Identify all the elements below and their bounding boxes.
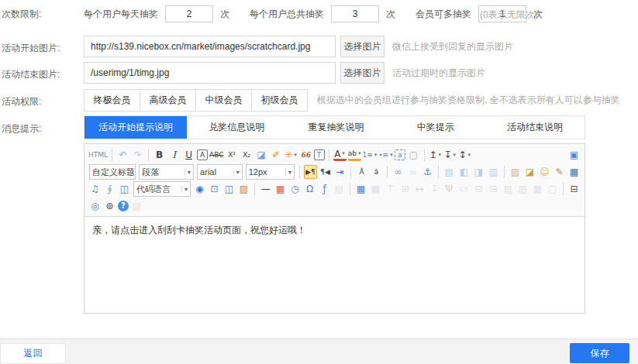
- tab-win-tip[interactable]: 中奖提示: [386, 116, 485, 139]
- cell-border-5-icon: ▥: [516, 182, 529, 196]
- template-icon[interactable]: ◫: [222, 182, 236, 196]
- back-button[interactable]: 返回: [0, 343, 66, 364]
- print-icon[interactable]: ⊟: [567, 182, 581, 196]
- music-icon[interactable]: ♫: [88, 182, 102, 196]
- image-align-center-icon[interactable]: ▥: [487, 165, 500, 179]
- italic-icon[interactable]: I: [167, 148, 181, 162]
- end-image-row: 活动结束图片: 选择图片 活动过期时的显示图片: [0, 62, 638, 84]
- toolbar-separator: [148, 149, 149, 161]
- auto-typeset-icon[interactable]: ✳▾: [285, 148, 298, 162]
- paragraph-space-top-icon[interactable]: ↥▾: [429, 148, 442, 162]
- image-manager-icon[interactable]: ◪: [523, 165, 536, 179]
- message-label: 消息提示:: [2, 122, 79, 136]
- underline-icon[interactable]: U: [182, 148, 195, 162]
- unlink-icon: ∞: [406, 165, 419, 179]
- insert-table-icon[interactable]: ▦: [354, 182, 367, 196]
- snapshot-icon[interactable]: ⊡: [208, 182, 221, 196]
- paragraph-select-value: 段落: [142, 167, 159, 178]
- daily-draw-unit: 次: [220, 8, 229, 21]
- scratchcard-activity-settings-page: 次数限制: 每个用户每天抽奖 次 每个用户总共抽奖 次 会员可多抽奖 次 (0表…: [0, 0, 638, 364]
- start-image-hint: 微信上接受到回复的显示图片: [392, 40, 513, 53]
- format-clear-icon[interactable]: ◪: [255, 148, 268, 162]
- page-break-icon: ▢: [546, 182, 559, 196]
- end-image-select-button[interactable]: 选择图片: [340, 62, 385, 84]
- save-button[interactable]: 保存: [570, 343, 629, 363]
- daily-draw-count-input[interactable]: [165, 5, 213, 22]
- bordered-text-icon[interactable]: A: [197, 149, 208, 160]
- font-color-icon[interactable]: A▾: [333, 149, 347, 161]
- link-icon[interactable]: ∞: [391, 165, 405, 179]
- insert-image-icon[interactable]: ▧: [509, 165, 522, 179]
- limit-label: 次数限制:: [2, 8, 79, 21]
- paragraph-select[interactable]: 段落▾: [139, 164, 194, 180]
- to-uppercase-icon[interactable]: Â: [355, 165, 368, 179]
- permission-junior-member-button[interactable]: 初级会员: [251, 89, 308, 112]
- limit-row: 次数限制: 每个用户每天抽奖 次 每个用户总共抽奖 次 会员可多抽奖 次 (0表…: [0, 5, 638, 23]
- total-draw-unit: 次: [386, 8, 395, 21]
- attachment-icon[interactable]: ∮: [103, 182, 116, 196]
- bold-icon[interactable]: B: [153, 148, 166, 162]
- dir-ltr-icon[interactable]: ▶¶: [304, 165, 317, 179]
- image-align-left-icon[interactable]: ◧: [457, 165, 471, 179]
- tab-repeat-draw[interactable]: 重复抽奖说明: [286, 116, 385, 139]
- help-icon[interactable]: ?: [118, 201, 129, 211]
- start-image-url-input[interactable]: [84, 36, 336, 57]
- blockquote-icon[interactable]: 66: [299, 148, 312, 162]
- chevron-down-icon: ▾: [294, 153, 297, 158]
- blank-doc-icon[interactable]: ▢: [407, 148, 420, 162]
- paragraph-space-bottom-icon[interactable]: ↧▾: [443, 148, 457, 162]
- total-draw-count-input[interactable]: [331, 5, 379, 22]
- image-align-none-icon[interactable]: ▤: [443, 165, 456, 179]
- editor-content[interactable]: 亲，请点击进入刮刮卡抽奖活动页面，祝您好运哦！: [84, 217, 585, 313]
- formula-icon[interactable]: ƒ: [318, 182, 331, 196]
- code-language-select[interactable]: 代码语言▾: [133, 181, 191, 197]
- map-icon[interactable]: ◫: [118, 182, 131, 196]
- special-chars-icon[interactable]: Ω: [303, 182, 316, 196]
- video-icon[interactable]: ▦: [567, 165, 581, 179]
- time-icon[interactable]: ◷: [288, 182, 302, 196]
- start-image-select-button[interactable]: 选择图片: [340, 36, 385, 57]
- permission-middle-member-button[interactable]: 中级会员: [195, 89, 252, 112]
- fontsize-select[interactable]: 12px▾: [246, 164, 295, 180]
- to-lowercase-icon[interactable]: â: [370, 165, 383, 179]
- paste-word-icon[interactable]: T: [314, 149, 325, 160]
- permission-hint: 根据选中的会员组进行参与抽奖资格限制, 全不选表示所有人可以参与抽奖: [317, 94, 620, 107]
- end-image-label: 活动结束图片:: [2, 68, 79, 81]
- font-select[interactable]: arial▾: [197, 164, 243, 180]
- permission-senior-member-button[interactable]: 高级会员: [140, 89, 196, 112]
- permission-ultimate-member-button[interactable]: 终极会员: [84, 89, 140, 112]
- line-spacing-icon[interactable]: ↕▾: [458, 148, 471, 162]
- scrawl-icon[interactable]: ✎: [553, 165, 566, 179]
- anchor-icon[interactable]: ⚓: [421, 165, 434, 179]
- source-icon[interactable]: HTML: [88, 148, 108, 162]
- dir-rtl-icon[interactable]: ¶◀: [319, 165, 332, 179]
- find-replace-icon[interactable]: ⊚: [103, 199, 116, 213]
- toolbar-separator: [504, 166, 505, 178]
- highlight-color-icon[interactable]: ab▾: [348, 149, 361, 161]
- superscript-icon[interactable]: X²: [226, 148, 239, 162]
- tab-activity-end[interactable]: 活动结束说明: [485, 116, 585, 139]
- subscript-icon[interactable]: X₂: [240, 148, 253, 162]
- tab-redeem-info[interactable]: 兑奖信息说明: [187, 116, 286, 139]
- indent-icon[interactable]: ⇥: [333, 165, 347, 179]
- undo-icon[interactable]: ↶: [116, 148, 129, 162]
- redo-icon[interactable]: ↷: [131, 148, 144, 162]
- toolbar-separator: [329, 149, 329, 161]
- anchor-style-icon[interactable]: a: [395, 149, 405, 160]
- insert-code-icon[interactable]: ◉: [193, 182, 206, 196]
- emotion-icon[interactable]: ☺: [538, 165, 551, 179]
- end-image-url-input[interactable]: [84, 62, 336, 84]
- strikethrough-icon[interactable]: ABC: [209, 148, 223, 162]
- image-align-right-icon[interactable]: ◨: [472, 165, 485, 179]
- date-icon[interactable]: ▦: [274, 182, 287, 196]
- start-image-row: 活动开始图片: 选择图片 微信上接受到回复的显示图片: [0, 36, 638, 57]
- ordered-list-icon[interactable]: 1≡▾: [363, 148, 378, 162]
- preview-icon[interactable]: ◎: [88, 199, 102, 213]
- horizontal-rule-icon[interactable]: —: [259, 182, 272, 196]
- format-painter-icon[interactable]: ✐: [270, 148, 283, 162]
- background-icon[interactable]: ▨: [237, 182, 250, 196]
- tab-activity-start-tip[interactable]: 活动开始提示说明: [84, 116, 187, 139]
- unordered-list-icon[interactable]: •≡▾: [378, 148, 392, 162]
- fullscreen-icon[interactable]: ▣: [567, 148, 581, 162]
- style-select[interactable]: 自定义标题▾: [89, 164, 136, 180]
